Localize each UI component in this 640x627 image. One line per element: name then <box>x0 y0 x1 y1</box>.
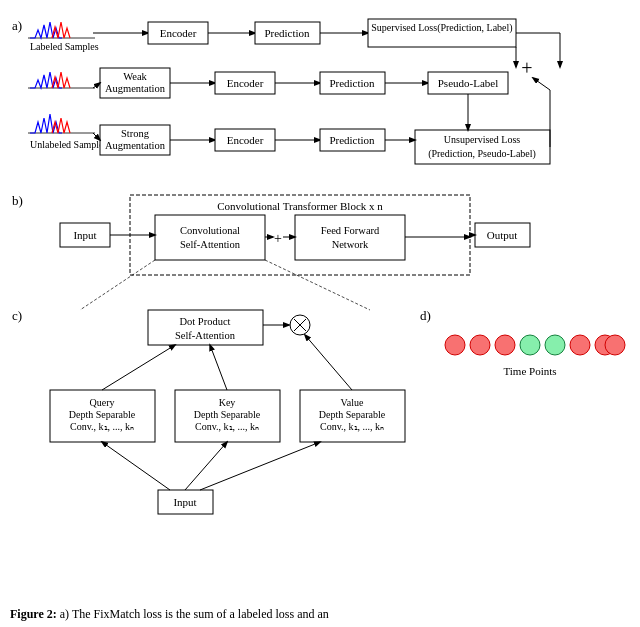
caption-bold: Figure 2: <box>10 607 57 621</box>
dot-product-label1: Dot Product <box>179 316 230 327</box>
svg-point-62 <box>545 335 565 355</box>
svg-line-12 <box>93 83 100 88</box>
query-label2: Depth Separable <box>69 409 136 420</box>
prediction1-label: Prediction <box>264 27 310 39</box>
labeled-samples-signal: Labeled Samples <box>28 22 99 52</box>
encoder3-label: Encoder <box>227 134 264 146</box>
plus-sign: + <box>521 57 532 79</box>
section-c-label: c) <box>12 308 22 323</box>
unlabeled-samples-signals: Unlabeled Samples <box>28 72 108 150</box>
svg-line-51 <box>102 345 175 390</box>
value-label3: Conv., k₁, ..., kₙ <box>320 421 384 432</box>
encoder2-label: Encoder <box>227 77 264 89</box>
strong-aug-label2: Augmentation <box>105 140 166 151</box>
conv-sa-label2: Self-Attention <box>180 239 241 250</box>
diagram-area: a) Labeled Samples Encoder Prediction Su… <box>0 0 640 580</box>
svg-point-63 <box>570 335 590 355</box>
svg-point-59 <box>470 335 490 355</box>
pseudo-label-label: Pseudo-Label <box>438 77 498 89</box>
svg-line-56 <box>185 442 227 490</box>
svg-point-60 <box>495 335 515 355</box>
conv-sa-label1: Convolutional <box>180 225 240 236</box>
svg-line-52 <box>210 345 227 390</box>
main-svg: a) Labeled Samples Encoder Prediction Su… <box>0 0 640 580</box>
ctb-plus: + <box>274 231 282 246</box>
svg-line-53 <box>305 335 352 390</box>
svg-rect-32 <box>155 215 265 260</box>
section-d-label: d) <box>420 308 431 323</box>
ffn-label1: Feed Forward <box>321 225 380 236</box>
ffn-label2: Network <box>332 239 369 250</box>
svg-line-28 <box>533 78 550 90</box>
svg-point-61 <box>520 335 540 355</box>
input-b-label: Input <box>73 229 96 241</box>
section-a-label: a) <box>12 18 22 33</box>
svg-line-55 <box>102 442 170 490</box>
prediction3-label: Prediction <box>329 134 375 146</box>
caption-text: a) The FixMatch loss is the sum of a lab… <box>57 607 329 621</box>
unsupervised-loss-label1: Unsupervised Loss <box>444 134 520 145</box>
key-label2: Depth Separable <box>194 409 261 420</box>
encoder1-label: Encoder <box>160 27 197 39</box>
unsupervised-loss-label2: (Prediction, Pseudo-Label) <box>428 148 536 160</box>
strong-aug-label: Strong <box>121 128 150 139</box>
weak-aug-label: Weak <box>123 71 147 82</box>
weak-aug-label2: Augmentation <box>105 83 166 94</box>
output-label: Output <box>487 229 518 241</box>
key-label1: Key <box>219 397 236 408</box>
input-c-label: Input <box>173 496 196 508</box>
svg-point-65 <box>605 335 625 355</box>
dot-product-label2: Self-Attention <box>175 330 236 341</box>
svg-point-58 <box>445 335 465 355</box>
svg-rect-33 <box>295 215 405 260</box>
value-label2: Depth Separable <box>319 409 386 420</box>
supervised-loss-label: Supervised Loss(Prediction, Label) <box>371 22 512 34</box>
time-points-label: Time Points <box>503 365 556 377</box>
prediction2-label: Prediction <box>329 77 375 89</box>
figure-caption: Figure 2: a) The FixMatch loss is the su… <box>0 602 640 627</box>
key-label3: Conv., k₁, ..., kₙ <box>195 421 259 432</box>
section-b-label: b) <box>12 193 23 208</box>
query-label3: Conv., k₁, ..., kₙ <box>70 421 134 432</box>
ctb-label: Convolutional Transformer Block x n <box>217 200 383 212</box>
value-label1: Value <box>341 397 364 408</box>
query-label1: Query <box>90 397 115 408</box>
svg-line-57 <box>200 442 320 490</box>
unlabeled-samples-text: Unlabeled Samples <box>30 139 108 150</box>
labeled-samples-text: Labeled Samples <box>30 41 99 52</box>
